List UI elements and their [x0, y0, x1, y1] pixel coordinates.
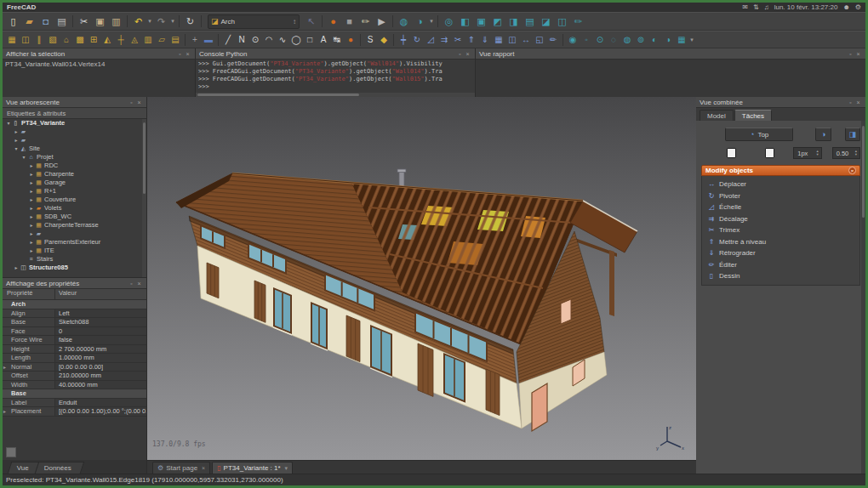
property-row[interactable]: ▸Placement[(0.00 0.00 1.00);0.00 °;(0.00… [3, 407, 146, 417]
arch-remove-component-icon[interactable]: ▬ [202, 33, 215, 47]
copy-icon[interactable]: ▣ [93, 14, 107, 29]
property-row[interactable]: BaseSketch088 [3, 318, 146, 327]
property-tab-données[interactable]: Données [35, 462, 85, 474]
workbench-selector[interactable]: ◪Arch↕ [208, 14, 300, 29]
property-row[interactable]: Offset210.00000 mm [3, 372, 146, 381]
tree-item-parementsexterieur[interactable]: ▸▦ParementsExterieur [3, 238, 146, 247]
property-row[interactable]: Length1.00000 mm [3, 354, 146, 363]
tree-item[interactable]: ▸▰ [3, 136, 146, 145]
arch-frame-icon[interactable]: ▱ [155, 33, 168, 47]
property-row[interactable]: ▸Normal[0.00 0.00 0.00] [3, 363, 146, 372]
report-view-titlebar[interactable]: Vue rapport ▫ × [476, 48, 865, 60]
tree-expander-icon[interactable]: ▸ [28, 170, 35, 179]
fill-checkbox[interactable] [765, 148, 774, 158]
combined-view-titlebar[interactable]: Vue combinée ▫ × [696, 97, 865, 108]
draw-style-dropdown-icon[interactable]: ▾ [428, 14, 435, 29]
view-right-icon[interactable]: ◨ [506, 14, 521, 29]
macro-record-icon[interactable]: ● [326, 14, 340, 29]
working-plane-button[interactable]: ◔ Top [725, 128, 793, 141]
arch-axis-icon[interactable]: ┼ [114, 33, 128, 47]
tree-expander-icon[interactable]: ▸ [28, 179, 35, 187]
view-fit-all-icon[interactable]: ◎ [442, 14, 456, 29]
draft-trimex-icon[interactable]: ✂ [451, 33, 465, 47]
spin-arrows-icon[interactable]: ▴▾ [853, 150, 859, 156]
close-task-icon[interactable]: × [848, 167, 856, 174]
tree-expander-icon[interactable]: ▸ [13, 128, 20, 136]
close-tab-icon[interactable]: × [202, 465, 205, 471]
tree-item[interactable]: ▸▰ [3, 230, 146, 238]
draft-point-icon[interactable]: ● [344, 33, 357, 47]
draft-bspline-icon[interactable]: ∿ [276, 33, 289, 47]
macro-stop-icon[interactable]: ■ [342, 14, 357, 29]
arch-floor-icon[interactable]: ▧ [46, 33, 60, 47]
tree-expander-icon[interactable]: ▸ [28, 162, 35, 170]
task-item[interactable]: ◿Échelle [704, 201, 858, 213]
draft-offset-icon[interactable]: ⇉ [437, 33, 451, 47]
float-panel-icon[interactable]: ▫ [456, 51, 464, 57]
volume-icon[interactable]: ♫ [764, 4, 769, 11]
selection-list-item[interactable]: PT34_Variante.Wall014.Vertex14 [5, 60, 192, 68]
new-document-icon[interactable]: ▯ [6, 14, 20, 29]
settings-gear-icon[interactable]: ⚙ [855, 4, 861, 11]
tree-item-garage[interactable]: ▸▦Garage [3, 179, 146, 187]
task-item[interactable]: ⇉Décalage [704, 213, 858, 225]
tree-item[interactable]: ▸▰ [3, 128, 146, 136]
property-row[interactable]: LabelEnduit [3, 399, 146, 408]
tree-item-charpente[interactable]: ▸▦Charpente [3, 170, 146, 179]
selection-view-body[interactable]: PT34_Variante.Wall014.Vertex14 [3, 60, 195, 97]
property-editor-titlebar[interactable]: Affichage des propriétés ▫ × [3, 278, 146, 289]
draft-clone-icon[interactable]: ◱ [533, 33, 546, 47]
tree-item-structure085[interactable]: ▸◫Structure085 [3, 264, 146, 272]
close-panel-icon[interactable]: × [184, 51, 191, 57]
draft-circle-icon[interactable]: ⊙ [248, 33, 262, 47]
float-panel-icon[interactable]: ▫ [847, 51, 854, 57]
tab-tâches[interactable]: Tâches [734, 110, 772, 121]
scrollbar-thumb[interactable] [197, 94, 359, 96]
draft-downgrade-icon[interactable]: ⇓ [478, 33, 492, 47]
scrollbar-thumb[interactable] [862, 126, 865, 218]
arch-panel-icon[interactable]: ▥ [141, 33, 155, 47]
arch-rebar-icon[interactable]: ∥ [32, 33, 46, 47]
construction-mode-button[interactable]: ◑ [815, 128, 831, 141]
draft-stretch-icon[interactable]: ↔ [519, 33, 533, 47]
arch-schedule-icon[interactable]: ▤ [168, 33, 182, 47]
3d-viewport[interactable]: 137.0/9.8 fps z x y [147, 97, 696, 460]
open-folder-icon[interactable]: ▰ [22, 14, 37, 29]
tree-item-sdb_wc[interactable]: ▸▦SDB_WC [3, 213, 146, 221]
draft-shapestring-icon[interactable]: S [363, 33, 377, 47]
draw-style-icon[interactable]: ◑ [413, 14, 427, 29]
tree-item-couverture[interactable]: ▸▦Couverture [3, 196, 146, 204]
tree-item-ite[interactable]: ▸▦ITE [3, 247, 146, 255]
title-bar[interactable]: FreeCAD ✉⇅♫lun. 10 févr. 13:27:20☻⚙ [3, 3, 865, 12]
tree-expander-icon[interactable]: ▸ [28, 230, 35, 238]
python-console-body[interactable]: >>> Gui.getDocument("PT34_Variante").get… [196, 60, 475, 93]
construction-checkbox[interactable] [727, 148, 736, 158]
property-row[interactable]: AlignLeft [3, 309, 146, 319]
scrollbar-thumb[interactable] [143, 122, 146, 194]
undo-dropdown-icon[interactable]: ▾ [146, 14, 153, 29]
close-panel-icon[interactable]: × [854, 99, 862, 105]
draft-scale-icon[interactable]: ◿ [424, 33, 437, 47]
print-icon[interactable]: ▤ [54, 14, 69, 29]
tree-item-stairs[interactable]: ≡Stairs [3, 255, 146, 264]
cut-icon[interactable]: ✂ [77, 14, 91, 29]
draft-arc-icon[interactable]: ◠ [262, 33, 276, 47]
tree-expander-icon[interactable]: ▾ [13, 145, 20, 153]
view-axonometric-icon[interactable]: ◧ [458, 14, 472, 29]
tree-expander-icon[interactable]: ▸ [28, 196, 35, 204]
task-section-header[interactable]: Modify objects × [701, 165, 860, 176]
open-browser-icon[interactable]: ◍ [397, 14, 411, 29]
draft-wire-icon[interactable]: N [235, 33, 248, 47]
view-front-icon[interactable]: ▣ [474, 14, 488, 29]
tree-scrollbar[interactable] [142, 119, 146, 277]
view-bottom-icon[interactable]: ◪ [539, 14, 553, 29]
refresh-icon[interactable]: ↻ [183, 14, 197, 29]
line-width-spinbox[interactable]: 1px ▴▾ [793, 147, 821, 159]
selection-cursor-icon[interactable]: ↖ [304, 14, 318, 29]
tree-expander-icon[interactable]: ▸ [28, 213, 35, 221]
tree-item-charpenteterrasse[interactable]: ▸▦CharpenteTerrasse [3, 221, 146, 230]
draft-edit-icon[interactable]: ✏ [546, 33, 560, 47]
float-panel-icon[interactable]: ▫ [128, 281, 135, 287]
snap-parallel-icon[interactable]: ◐ [648, 33, 661, 47]
text-scale-spinbox[interactable]: 0.50 ▴▾ [832, 147, 860, 159]
